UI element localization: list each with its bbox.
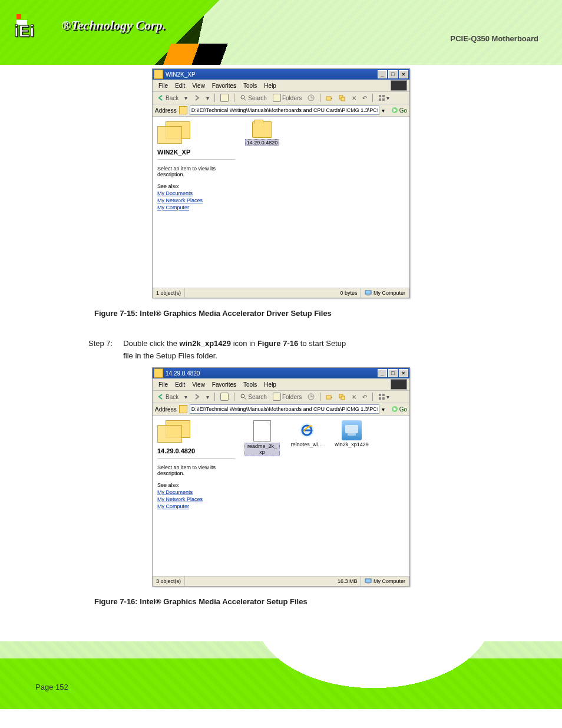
forward-button[interactable]	[191, 393, 203, 400]
menu-view[interactable]: View	[189, 381, 209, 388]
copy-to-button[interactable]	[336, 393, 348, 400]
svg-rect-11	[379, 98, 381, 101]
svg-rect-18	[326, 396, 331, 399]
menu-tools[interactable]: Tools	[240, 381, 260, 388]
status-size: 16.3 MB	[334, 577, 362, 586]
search-button[interactable]: Search	[237, 393, 269, 400]
list-item[interactable]: readme_2k_xp	[244, 420, 280, 456]
menu-edit[interactable]: Edit	[171, 82, 189, 90]
maximize-button[interactable]: □	[388, 70, 398, 78]
list-item[interactable]: win2k_xp1429	[334, 420, 369, 447]
sidebar-folder-icon	[157, 420, 188, 444]
menu-help[interactable]: Help	[260, 82, 280, 90]
see-also-label: See also:	[157, 482, 235, 488]
forward-dropdown[interactable]: ▾	[204, 95, 211, 101]
svg-point-4	[241, 95, 244, 99]
views-button[interactable]: ▾	[376, 393, 392, 400]
back-button[interactable]: Back	[155, 393, 181, 400]
menu-favorites[interactable]: Favorites	[209, 381, 240, 388]
menu-bar: File Edit View Favorites Tools Help	[153, 378, 409, 391]
svg-rect-1	[22, 14, 27, 19]
window-icon	[154, 368, 163, 378]
move-to-button[interactable]	[323, 94, 335, 101]
list-item[interactable]: 14.29.0.4820	[244, 121, 280, 146]
forward-button[interactable]	[191, 94, 203, 101]
toolbar: Back ▾ ▾ Search Folders ✕ ↶ ▾	[153, 92, 409, 104]
menu-favorites[interactable]: Favorites	[209, 82, 240, 90]
up-button[interactable]	[218, 393, 231, 401]
computer-icon	[365, 578, 372, 585]
figure-caption-1: Figure 7-15: Intel® Graphics Media Accel…	[94, 309, 562, 318]
up-button[interactable]	[218, 94, 231, 102]
history-button[interactable]	[305, 393, 317, 400]
status-bar: 3 object(s) 16.3 MB My Computer	[153, 576, 409, 586]
executable-icon	[342, 420, 362, 440]
address-input[interactable]	[190, 106, 379, 115]
go-button[interactable]: Go	[391, 406, 407, 413]
link-my-documents[interactable]: My Documents	[157, 190, 235, 196]
folders-button[interactable]: Folders	[270, 94, 304, 102]
address-dropdown[interactable]: ▾	[382, 406, 389, 413]
link-my-computer[interactable]: My Computer	[157, 205, 235, 210]
address-label: Address	[155, 107, 177, 114]
minimize-button[interactable]: _	[378, 369, 387, 377]
link-my-network-places[interactable]: My Network Places	[157, 197, 235, 203]
step-number: Step 7:	[88, 339, 113, 364]
svg-rect-21	[379, 394, 381, 396]
back-button[interactable]: Back	[155, 94, 181, 101]
explorer-window-1: WIN2K_XP _ □ × File Edit View Favorites …	[152, 68, 410, 298]
info-sidebar: WIN2K_XP Select an item to view its desc…	[153, 117, 240, 288]
computer-icon	[365, 289, 372, 297]
page-number: Page 152	[35, 683, 68, 691]
address-dropdown[interactable]: ▾	[382, 107, 389, 114]
svg-rect-23	[379, 397, 381, 400]
svg-rect-15	[366, 295, 370, 296]
menu-edit[interactable]: Edit	[171, 381, 189, 388]
svg-rect-14	[365, 291, 371, 294]
item-label: readme_2k_xp	[244, 443, 280, 456]
sidebar-folder-icon	[157, 121, 188, 145]
move-to-button[interactable]	[323, 393, 335, 400]
svg-rect-20	[341, 396, 345, 400]
close-button[interactable]: ×	[399, 369, 408, 377]
info-sidebar: 14.29.0.4820 Select an item to view its …	[153, 416, 240, 576]
status-size: 0 bytes	[336, 288, 361, 298]
menu-help[interactable]: Help	[260, 381, 280, 388]
address-input[interactable]	[190, 404, 379, 414]
menu-view[interactable]: View	[189, 82, 209, 90]
back-dropdown[interactable]: ▾	[182, 394, 190, 400]
views-button[interactable]: ▾	[376, 94, 392, 101]
svg-rect-9	[379, 95, 381, 97]
svg-rect-12	[382, 98, 385, 101]
file-pane[interactable]: readme_2k_xp relnotes_wi… win2k_xp1429	[240, 416, 409, 576]
file-pane[interactable]: 14.29.0.4820	[240, 117, 409, 288]
undo-button[interactable]: ↶	[360, 95, 369, 101]
link-my-computer[interactable]: My Computer	[157, 503, 235, 509]
page-header-banner: iEi ®Technology Corp. PCIE-Q350 Motherbo…	[0, 0, 562, 65]
history-button[interactable]	[305, 94, 317, 101]
delete-button[interactable]: ✕	[349, 95, 359, 101]
delete-button[interactable]: ✕	[349, 394, 359, 400]
link-my-documents[interactable]: My Documents	[157, 489, 235, 495]
sidebar-heading: 14.29.0.4820	[157, 447, 235, 454]
menu-file[interactable]: File	[155, 381, 171, 388]
copy-to-button[interactable]	[336, 94, 348, 101]
sidebar-description: Select an item to view its description.	[157, 166, 235, 177]
search-button[interactable]: Search	[237, 94, 269, 101]
page-footer: Page 152	[0, 641, 562, 709]
close-button[interactable]: ×	[399, 70, 408, 78]
menu-file[interactable]: File	[155, 82, 171, 90]
html-file-icon	[297, 420, 317, 440]
back-dropdown[interactable]: ▾	[182, 95, 190, 101]
address-label: Address	[155, 406, 177, 413]
undo-button[interactable]: ↶	[360, 394, 369, 400]
menu-tools[interactable]: Tools	[240, 82, 260, 90]
folders-button[interactable]: Folders	[270, 393, 304, 401]
go-button[interactable]: Go	[391, 107, 407, 114]
link-my-network-places[interactable]: My Network Places	[157, 496, 235, 502]
list-item[interactable]: relnotes_wi…	[289, 420, 325, 447]
forward-dropdown[interactable]: ▾	[204, 394, 211, 400]
maximize-button[interactable]: □	[388, 369, 398, 377]
minimize-button[interactable]: _	[378, 70, 387, 78]
window-title: WIN2K_XP	[166, 71, 196, 78]
